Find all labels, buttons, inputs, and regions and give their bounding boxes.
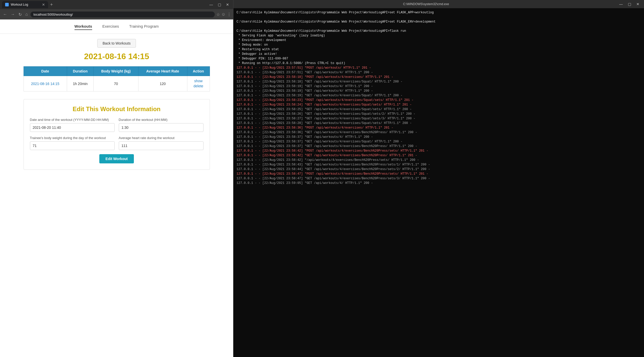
form-group-avg-hr: Average heart rate during the workout: [119, 136, 203, 150]
show-link[interactable]: show: [191, 79, 206, 84]
terminal-line: 127.0.0.1 - - [22/Aug/2021 23:58:18] "PO…: [237, 75, 641, 79]
form-group-body-weight: Trainee's body weight during the day of …: [30, 136, 115, 150]
terminal-line: * Running on http://127.0.0.1:5000/ (Pre…: [237, 61, 641, 66]
terminal-line: [237, 24, 641, 29]
workout-table: Date Duration Body Weight (kg) Average H…: [24, 66, 210, 91]
forward-nav-button[interactable]: →: [10, 11, 16, 18]
duration-input[interactable]: [119, 123, 203, 132]
workout-title: 2021-08-16 14:15: [84, 52, 149, 61]
body-weight-label: Trainee's body weight during the day of …: [30, 136, 115, 140]
terminal-line: C:\Users\Ville Kylmämaa\Documents\Yliopi…: [237, 29, 641, 33]
terminal-line: 127.0.0.1 - - [22/Aug/2021 23:58:43] "GE…: [237, 162, 641, 167]
terminal-line: 127.0.0.1 - - [22/Aug/2021 23:58:47] "GE…: [237, 176, 641, 181]
tab-favicon: [5, 3, 9, 6]
terminal-line: 127.0.0.1 - - [22/Aug/2021 23:58:25] "GE…: [237, 107, 641, 112]
tab-bar: Workout Log ✕ + — ▢ ✕: [0, 0, 233, 9]
terminal-line: 127.0.0.1 - - [22/Aug/2021 23:58:19] "GE…: [237, 93, 641, 98]
body-weight-input[interactable]: [30, 141, 115, 150]
terminal-line: 127.0.0.1 - - [22/Aug/2021 23:58:19] "GE…: [237, 84, 641, 89]
terminal-line: C:\Users\Ville Kylmämaa\Documents\Yliopi…: [237, 10, 641, 15]
tab-title: Workout Log: [11, 3, 28, 6]
terminal-line: 127.0.0.1 - - [22/Aug/2021 23:58:24] "GE…: [237, 102, 641, 107]
terminal-maximize-button[interactable]: ▢: [626, 2, 633, 6]
terminal-line: * Restarting with stat: [237, 47, 641, 52]
form-row-2: Trainee's body weight during the day of …: [30, 136, 203, 150]
terminal-line: 127.0.0.1 - - [22/Aug/2021 23:58:19] "GE…: [237, 89, 641, 93]
terminal-title: C:\WINDOWS\system32\cmd.exe: [237, 2, 616, 6]
page-content: Workouts Exercises Training Program Back…: [0, 19, 233, 357]
col-header-action: Action: [187, 67, 210, 76]
avg-hr-label: Average heart rate during the workout: [119, 136, 203, 140]
terminal-line: 127.0.0.1 - - [22/Aug/2021 23:58:37] "GE…: [237, 144, 641, 149]
col-header-body-weight: Body Weight (kg): [94, 67, 138, 76]
terminal-line: * Environment: development: [237, 38, 641, 43]
date-input[interactable]: [30, 123, 115, 132]
submit-row: Edit Workout: [30, 154, 203, 163]
table-row: 2021-08-16 14:15 1h 20min 70 120 show de…: [24, 76, 210, 91]
close-button[interactable]: ✕: [224, 1, 231, 8]
nav-training-program[interactable]: Training Program: [129, 23, 159, 30]
terminal-line: 127.0.0.1 - - [22/Aug/2021 23:58:28] "GE…: [237, 121, 641, 125]
terminal-line: 127.0.0.1 - - [22/Aug/2021 23:58:44] "GE…: [237, 167, 641, 172]
terminal-line: * Serving Flask app 'workoutlog' (lazy l…: [237, 33, 641, 38]
url-bar[interactable]: [30, 12, 215, 17]
maximize-button[interactable]: ▢: [216, 1, 223, 8]
delete-link[interactable]: delete: [191, 84, 206, 89]
terminal-line: 127.0.0.1 - - [22/Aug/2021 23:58:42] "GE…: [237, 153, 641, 158]
cell-duration: 1h 20min: [67, 76, 94, 91]
new-tab-button[interactable]: +: [49, 2, 54, 7]
terminal-line: 127.0.0.1 - - [22/Aug/2021 23:58:47] "PO…: [237, 172, 641, 176]
home-button[interactable]: ⌂: [24, 11, 29, 18]
terminal-line: 127.0.0.1 - - [22/Aug/2021 23:58:37] "GE…: [237, 135, 641, 139]
edit-form-title: Edit This Workout Information: [30, 106, 203, 113]
terminal-line: 127.0.0.1 - - [22/Aug/2021 23:58:23] "PO…: [237, 98, 641, 102]
bookmark-icon[interactable]: ☆: [216, 12, 220, 17]
col-header-avg-hr: Average Heart Rate: [138, 67, 187, 76]
nav-workouts[interactable]: Workouts: [74, 23, 92, 30]
col-header-duration: Duration: [67, 67, 94, 76]
window-controls: — ▢ ✕: [208, 1, 231, 8]
active-tab[interactable]: Workout Log ✕: [2, 1, 48, 8]
cell-date: 2021-08-16 14:15: [24, 76, 67, 91]
cell-action: show delete: [187, 76, 210, 91]
back-to-workouts-button[interactable]: Back to Workouts: [97, 39, 136, 48]
cell-avg-hr: 120: [138, 76, 187, 91]
account-icon[interactable]: ☺: [221, 12, 226, 17]
terminal-line: 127.0.0.1 - - [22/Aug/2021 23:58:42] "PO…: [237, 149, 641, 153]
browser-window: Workout Log ✕ + — ▢ ✕ ← → ↻ ⌂ ☆ ☺ ⋮ Work…: [0, 0, 233, 357]
menu-icon[interactable]: ⋮: [227, 12, 231, 17]
edit-workout-button[interactable]: Edit Workout: [99, 154, 134, 163]
terminal-line: 127.0.0.1 - - [22/Aug/2021 23:58:36] "PO…: [237, 125, 641, 130]
terminal-minimize-button[interactable]: —: [618, 2, 624, 6]
terminal-content[interactable]: C:\Users\Ville Kylmämaa\Documents\Yliopi…: [233, 8, 644, 357]
terminal-title-bar: C:\WINDOWS\system32\cmd.exe — ▢ ✕: [233, 0, 644, 8]
terminal-line: C:\Users\Ville Kylmämaa\Documents\Yliopi…: [237, 19, 641, 24]
terminal-line: 127.0.0.1 - - [22/Aug/2021 23:58:37] "GE…: [237, 139, 641, 144]
tab-close-button[interactable]: ✕: [42, 3, 45, 7]
terminal-line: [237, 15, 641, 19]
date-label: Date and time of the workout (YYYY-MM-DD…: [30, 118, 115, 122]
duration-label: Duration of the workout (HH:MM): [119, 118, 203, 122]
terminal-line: 127.0.0.1 - - [22/Aug/2021 23:58:27] "GE…: [237, 116, 641, 121]
terminal-line: 127.0.0.1 - - [22/Aug/2021 23:59:05] "GE…: [237, 181, 641, 185]
terminal-line: 127.0.0.1 - - [22/Aug/2021 23:58:18] "GE…: [237, 79, 641, 84]
terminal-line: * Debugger is active!: [237, 52, 641, 56]
nav-exercises[interactable]: Exercises: [102, 23, 119, 30]
terminal-line: 127.0.0.1 - - [22/Aug/2021 23:58:42] "/a…: [237, 158, 641, 162]
avg-hr-input[interactable]: [119, 141, 203, 150]
navbar: Workouts Exercises Training Program: [0, 19, 233, 34]
form-row-1: Date and time of the workout (YYYY-MM-DD…: [30, 118, 203, 132]
terminal-close-button[interactable]: ✕: [635, 2, 641, 6]
address-bar: ← → ↻ ⌂ ☆ ☺ ⋮: [0, 9, 233, 19]
terminal-line: 127.0.0.1 - - [22/Aug/2021 23:57:51] "GE…: [237, 70, 641, 75]
reload-button[interactable]: ↻: [17, 11, 23, 18]
edit-section: Edit This Workout Information Date and t…: [24, 99, 210, 170]
terminal-line: * Debug mode: on: [237, 43, 641, 47]
form-group-duration: Duration of the workout (HH:MM): [119, 118, 203, 132]
terminal-line: 127.0.0.1 - - [22/Aug/2021 23:57:51] "PO…: [237, 66, 641, 70]
minimize-button[interactable]: —: [208, 1, 215, 8]
main-content: Back to Workouts 2021-08-16 14:15 Date D…: [19, 34, 214, 175]
form-group-date: Date and time of the workout (YYYY-MM-DD…: [30, 118, 115, 132]
back-nav-button[interactable]: ←: [2, 11, 8, 18]
terminal-line: 127.0.0.1 - - [22/Aug/2021 23:58:36] "GE…: [237, 130, 641, 135]
